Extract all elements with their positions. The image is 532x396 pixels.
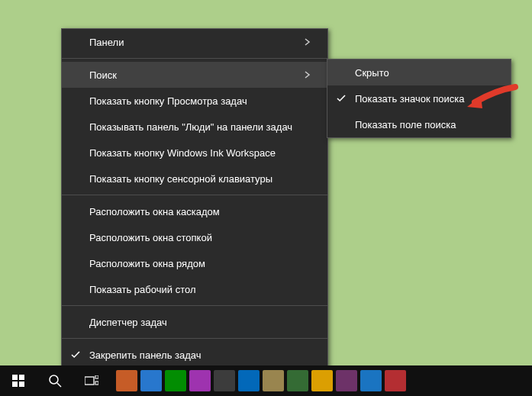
submenu-item-show-search-box[interactable]: Показать поле поиска — [327, 111, 511, 137]
search-button[interactable] — [37, 365, 73, 396]
menu-item-label: Показать кнопку Просмотра задач — [89, 95, 317, 107]
menu-item-side-by-side[interactable]: Расположить окна рядом — [62, 250, 327, 276]
svg-line-14 — [57, 383, 61, 387]
taskbar-app-icon[interactable] — [360, 370, 382, 391]
search-submenu: Скрыто Показать значок поиска Показать п… — [327, 59, 511, 138]
menu-item-label: Показать поле поиска — [355, 119, 500, 130]
menu-item-label: Расположить окна каскадом — [89, 206, 317, 217]
menu-item-show-desktop[interactable]: Показать рабочий стол — [62, 276, 327, 302]
submenu-item-show-search-icon[interactable]: Показать значок поиска — [327, 85, 511, 111]
menu-item-task-view-button[interactable]: Показать кнопку Просмотра задач — [62, 88, 327, 114]
menu-item-label: Показывать панель "Люди" на панели задач — [89, 121, 317, 133]
check-icon — [69, 349, 82, 361]
svg-rect-11 — [12, 382, 18, 387]
check-icon — [335, 92, 347, 105]
menu-item-people-bar[interactable]: Показывать панель "Люди" на панели задач — [62, 114, 327, 140]
menu-item-task-manager[interactable]: Диспетчер задач — [62, 309, 327, 335]
taskbar-app-icon[interactable] — [263, 370, 284, 391]
menu-separator — [62, 305, 327, 306]
menu-item-search[interactable]: Поиск — [62, 62, 327, 88]
start-button[interactable] — [0, 365, 37, 396]
taskbar-app-icon[interactable] — [116, 370, 137, 391]
menu-item-label: Диспетчер задач — [89, 317, 317, 328]
menu-item-touch-keyboard[interactable]: Показать кнопку сенсорной клавиатуры — [62, 166, 327, 192]
menu-item-label: Показать значок поиска — [355, 93, 500, 105]
chevron-right-icon — [305, 38, 317, 46]
submenu-item-hidden[interactable]: Скрыто — [327, 60, 511, 85]
taskbar — [0, 365, 532, 396]
menu-item-toolbars[interactable]: Панели — [62, 29, 327, 55]
chevron-right-icon — [305, 71, 317, 79]
svg-rect-10 — [19, 375, 24, 380]
task-view-button[interactable] — [73, 365, 110, 396]
taskbar-app-icon[interactable] — [214, 370, 235, 391]
menu-item-label: Поиск — [89, 69, 305, 81]
taskbar-app-icon[interactable] — [189, 370, 211, 391]
taskbar-app-icon[interactable] — [311, 370, 333, 391]
menu-item-label: Показать кнопку сенсорной клавиатуры — [89, 173, 317, 185]
taskbar-app-icon[interactable] — [287, 370, 308, 391]
menu-item-cascade-windows[interactable]: Расположить окна каскадом — [62, 198, 327, 224]
taskbar-app-icons — [116, 370, 406, 391]
svg-rect-12 — [19, 382, 24, 387]
menu-item-label: Закрепить панель задач — [89, 349, 317, 361]
taskbar-app-icon[interactable] — [385, 370, 406, 391]
taskbar-app-icon[interactable] — [238, 370, 260, 391]
taskbar-context-menu: Панели Поиск Показать кнопку Просмотра з… — [61, 28, 328, 394]
menu-item-label: Показать кнопку Windows Ink Workspace — [89, 147, 317, 159]
windows-logo-icon — [12, 375, 24, 387]
menu-separator — [62, 58, 327, 59]
search-icon — [48, 374, 62, 388]
menu-separator — [62, 195, 327, 195]
taskbar-app-icon[interactable] — [165, 370, 186, 391]
menu-item-label: Панели — [89, 37, 305, 48]
menu-item-ink-workspace[interactable]: Показать кнопку Windows Ink Workspace — [62, 140, 327, 166]
menu-item-label: Расположить окна стопкой — [89, 232, 317, 243]
task-view-icon — [85, 375, 98, 386]
svg-rect-17 — [95, 382, 98, 385]
menu-separator — [62, 338, 327, 339]
svg-point-13 — [50, 375, 58, 384]
svg-rect-15 — [85, 377, 94, 385]
taskbar-app-icon[interactable] — [140, 370, 162, 391]
menu-item-stack-windows[interactable]: Расположить окна стопкой — [62, 224, 327, 250]
taskbar-app-icon[interactable] — [336, 370, 357, 391]
svg-rect-9 — [12, 375, 18, 380]
menu-item-label: Показать рабочий стол — [89, 284, 317, 295]
menu-item-label: Расположить окна рядом — [89, 258, 317, 269]
menu-item-label: Скрыто — [355, 67, 500, 79]
svg-rect-16 — [95, 375, 98, 378]
menu-item-lock-taskbar[interactable]: Закрепить панель задач — [62, 342, 327, 368]
